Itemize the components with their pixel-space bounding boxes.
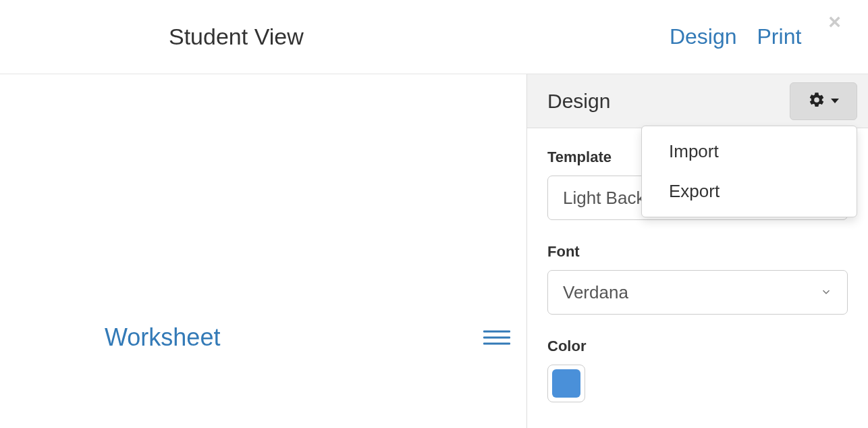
font-select[interactable]: Verdana	[547, 270, 848, 315]
color-picker[interactable]	[547, 365, 585, 402]
color-swatch	[552, 369, 580, 398]
main-row: Worksheet Design Import Export Template …	[0, 74, 868, 428]
menu-item-import[interactable]: Import	[642, 132, 857, 171]
design-link[interactable]: Design	[670, 24, 737, 49]
design-settings-button[interactable]	[790, 82, 857, 120]
worksheet-subheader: Worksheet	[0, 74, 526, 428]
page-title: Student View	[169, 24, 304, 50]
design-panel-header: Design	[527, 74, 868, 128]
hamburger-icon[interactable]	[483, 330, 510, 344]
design-panel: Design Import Export Template Light Back…	[526, 74, 868, 428]
left-column: Worksheet	[0, 74, 526, 428]
gear-icon	[808, 91, 825, 111]
caret-down-icon	[831, 99, 839, 103]
menu-item-export[interactable]: Export	[642, 171, 857, 211]
font-label: Font	[547, 243, 848, 261]
close-icon[interactable]: ×	[828, 11, 841, 32]
chevron-down-icon	[820, 282, 832, 303]
design-settings-menu: Import Export	[641, 126, 857, 217]
font-select-value: Verdana	[563, 282, 628, 303]
print-link[interactable]: Print	[757, 24, 802, 49]
top-actions: Design Print ×	[670, 24, 841, 49]
worksheet-title[interactable]: Worksheet	[105, 323, 220, 352]
design-panel-title: Design	[547, 90, 610, 113]
color-label: Color	[547, 338, 848, 355]
top-header: Student View Design Print ×	[0, 0, 868, 74]
